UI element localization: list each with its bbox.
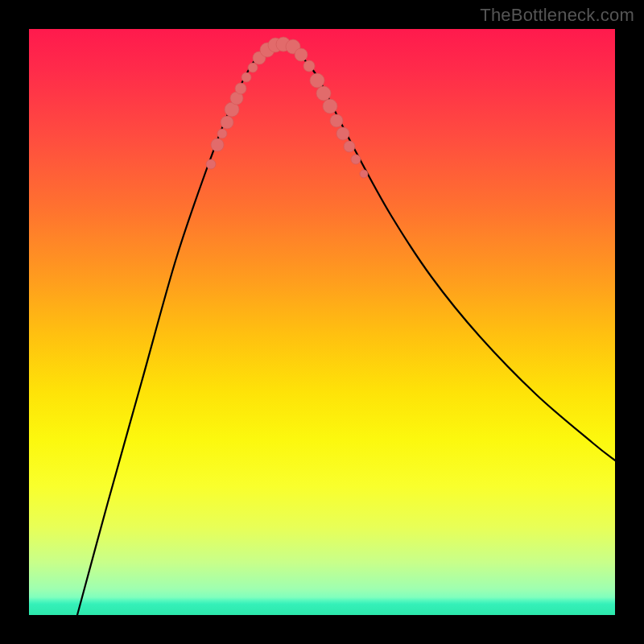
watermark-text: TheBottleneck.com bbox=[480, 5, 634, 26]
chart-frame bbox=[29, 29, 615, 615]
data-point bbox=[206, 159, 216, 169]
data-point bbox=[303, 60, 315, 72]
data-point bbox=[248, 63, 258, 72]
data-point bbox=[310, 73, 324, 88]
data-point-markers bbox=[206, 37, 368, 178]
data-point bbox=[235, 83, 246, 94]
data-point bbox=[211, 138, 224, 151]
data-point bbox=[360, 170, 368, 178]
data-point bbox=[242, 72, 251, 82]
data-point bbox=[221, 116, 233, 129]
data-point bbox=[316, 86, 331, 101]
data-point bbox=[344, 141, 355, 152]
data-point bbox=[295, 48, 308, 61]
data-point bbox=[323, 99, 337, 114]
data-point bbox=[330, 114, 343, 127]
curve-layer bbox=[29, 29, 615, 615]
data-point bbox=[336, 127, 349, 140]
data-point bbox=[351, 155, 361, 164]
data-point bbox=[217, 129, 227, 138]
